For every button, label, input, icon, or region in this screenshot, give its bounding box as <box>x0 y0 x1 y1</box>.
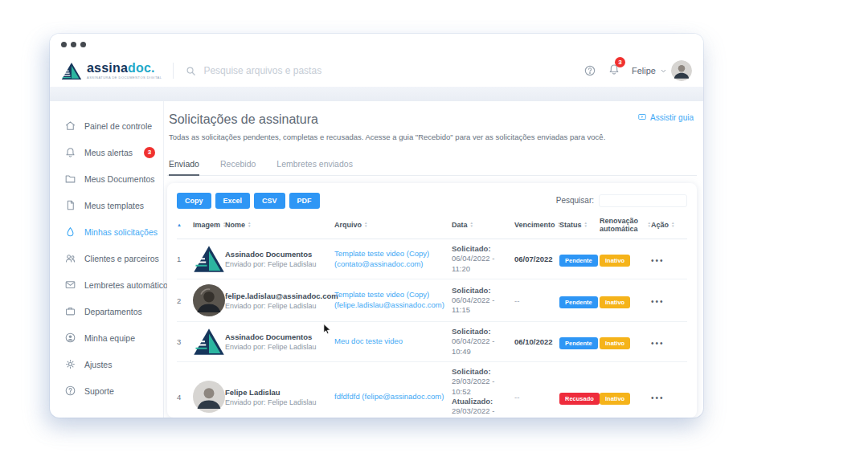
sidebar-item-ajustes[interactable]: Ajustes <box>50 351 163 377</box>
app-window: assinadoc. Assinatura de documentos digi… <box>50 34 703 418</box>
sidebar-item-label: Meus templates <box>84 201 144 210</box>
sidebar-item-suporte[interactable]: Suporte <box>50 377 163 404</box>
droplet-icon <box>64 226 76 238</box>
sidebar-item-lembretes-autom-ticos[interactable]: Lembretes automáticos <box>50 271 163 298</box>
sidebar-item-minha-equipe[interactable]: Minha equipe <box>50 324 163 351</box>
home-icon <box>64 120 76 132</box>
sidebar-item-minhas-solicita-es[interactable]: Minhas solicitações <box>50 218 163 245</box>
sidebar-item-painel-de-controle[interactable]: Painel de controle <box>50 112 163 139</box>
file-link[interactable]: Template teste video (Copy) <box>334 249 452 259</box>
file-link[interactable]: Meu doc teste video <box>334 336 452 347</box>
date-line: 29/03/2022 - 10:52 <box>452 377 514 397</box>
sort-asc-icon: ▲ <box>177 222 182 227</box>
sidebar-item-label: Lembretes automáticos <box>84 280 172 290</box>
users-icon <box>64 252 76 264</box>
user-circle-icon <box>64 332 76 344</box>
sidebar-item-meus-alertas[interactable]: Meus alertas3 <box>50 139 163 165</box>
window-control-minimize[interactable] <box>71 42 76 47</box>
export-pdf-button[interactable]: PDF <box>289 193 320 209</box>
sidebar-item-label: Departamentos <box>84 307 142 316</box>
column-header-data[interactable]: Data▲▼ <box>452 221 514 229</box>
tab-bar: EnviadoRecebidoLembretes enviados <box>167 159 697 176</box>
sent-by-label: Enviado por: Felipe Ladislau <box>225 302 334 310</box>
date-line: Atualizado: <box>452 397 514 406</box>
table-row: 1 Assinadoc Documentos Enviado por: Feli… <box>177 239 687 279</box>
main-content: Solicitações de assinatura Assistir guia… <box>164 101 703 418</box>
tab-enviado[interactable]: Enviado <box>169 159 199 176</box>
row-number: 4 <box>177 393 193 402</box>
tab-lembretes-enviados[interactable]: Lembretes enviados <box>276 159 353 175</box>
sidebar-item-meus-templates[interactable]: Meus templates <box>50 192 163 218</box>
row-number: 1 <box>177 255 193 263</box>
column-header-arquivo[interactable]: Arquivo▲▼ <box>334 221 452 229</box>
row-number: 2 <box>177 296 193 305</box>
renewal-badge[interactable]: Inativo <box>600 255 630 267</box>
file-link[interactable]: (felipe.ladislau@assinadoc.com) <box>334 300 452 311</box>
sort-icon: ▲▼ <box>671 222 674 228</box>
status-badge: Recusado <box>559 393 600 405</box>
file-link[interactable]: Template teste video (Copy) <box>334 290 452 300</box>
sent-by-label: Enviado por: Felipe Ladislau <box>225 260 334 268</box>
renewal-badge[interactable]: Inativo <box>600 393 630 405</box>
sidebar-item-clientes-e-parceiros[interactable]: Clientes e parceiros <box>50 245 163 271</box>
tab-recebido[interactable]: Recebido <box>220 159 256 175</box>
sort-icon: ▲▼ <box>470 222 473 228</box>
date-line: 06/04/2022 - 11:20 <box>452 254 514 274</box>
export-excel-button[interactable]: Excel <box>215 193 251 209</box>
due-date: 06/10/2022 <box>514 337 559 346</box>
window-control-maximize[interactable] <box>80 42 86 47</box>
column-header-renova-o-autom-tica[interactable]: Renovação automática▲▼ <box>600 217 651 233</box>
date-line: 29/03/2022 - 14:53 <box>452 406 514 418</box>
table-search-input[interactable] <box>599 194 687 207</box>
user-menu[interactable]: Felipe <box>632 60 692 81</box>
table-row: 4 Felipe Ladislau Enviado por: Felipe La… <box>177 362 687 418</box>
renewal-badge[interactable]: Inativo <box>600 296 630 308</box>
assinadoc-logo[interactable]: assinadoc. Assinatura de documentos digi… <box>61 62 162 80</box>
sidebar-item-departamentos[interactable]: Departamentos <box>50 298 163 324</box>
column-header-imagem[interactable]: Imagem▲▼ <box>193 221 225 229</box>
file-link[interactable]: (contato@assinadoc.com) <box>334 259 452 270</box>
row-actions-button[interactable]: ••• <box>651 297 665 306</box>
renewal-badge[interactable]: Inativo <box>600 337 630 349</box>
row-number: 3 <box>177 337 193 346</box>
help-icon <box>64 385 76 397</box>
sidebar-item-label: Painel de controle <box>84 121 152 131</box>
watch-guide-link[interactable]: Assistir guia <box>637 112 694 122</box>
export-csv-button[interactable]: CSV <box>254 193 285 209</box>
sent-by-label: Enviado por: Felipe Ladislau <box>225 343 334 351</box>
row-actions-button[interactable]: ••• <box>651 339 665 348</box>
global-search-input[interactable] <box>203 65 444 76</box>
status-badge: Pendente <box>559 255 598 267</box>
sidebar-item-meus-documentos[interactable]: Meus Documentos <box>50 165 163 192</box>
window-control-close[interactable] <box>61 42 67 47</box>
bell-icon <box>64 146 76 158</box>
file-link[interactable]: fdfdfdfd (felipe@assinadoc.com) <box>334 392 452 402</box>
column-header-status[interactable]: Status▲▼ <box>559 221 600 229</box>
status-badge: Pendente <box>559 337 598 349</box>
column-header-index[interactable]: ▲ <box>177 222 193 227</box>
document-logo-image <box>193 328 225 356</box>
export-copy-button[interactable]: Copy <box>177 193 211 209</box>
chevron-down-icon <box>660 67 667 75</box>
help-icon[interactable] <box>583 64 596 77</box>
date-line: 06/04/2022 - 11:15 <box>452 296 514 316</box>
sidebar-item-label: Meus Documentos <box>84 174 155 184</box>
requester-name: Felipe Ladislau <box>225 388 334 397</box>
sidebar-item-label: Suporte <box>84 386 114 396</box>
logo-triangle-icon <box>61 62 82 80</box>
app-header: assinadoc. Assinatura de documentos digi… <box>50 55 703 87</box>
row-actions-button[interactable]: ••• <box>651 393 665 402</box>
column-header-a-o[interactable]: Ação▲▼ <box>651 221 687 229</box>
column-header-vencimento[interactable]: Vencimento▲▼ <box>514 221 559 229</box>
page-subtitle: Todas as solicitações pendentes, complet… <box>167 133 697 141</box>
monitor-play-icon <box>637 112 647 122</box>
table-header-row: ▲Imagem▲▼Nome▲▼Arquivo▲▼Data▲▼Vencimento… <box>177 217 687 239</box>
gear-icon <box>64 358 76 370</box>
row-actions-button[interactable]: ••• <box>651 256 665 265</box>
sidebar-item-label: Meus alertas <box>84 148 133 157</box>
header-band <box>50 87 703 101</box>
notifications-button[interactable]: 3 <box>608 63 620 79</box>
column-header-nome[interactable]: Nome▲▼ <box>225 221 334 229</box>
user-name: Felipe <box>632 66 656 75</box>
sidebar-item-label: Minhas solicitações <box>84 227 158 237</box>
